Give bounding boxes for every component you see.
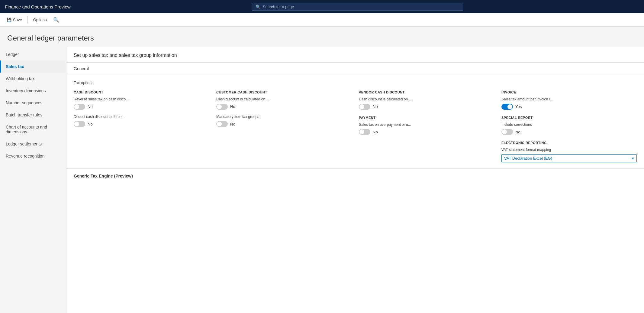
toggle-reverse-sales-tax[interactable] xyxy=(74,104,85,110)
sidebar-item-sales-tax-label: Sales tax xyxy=(6,64,24,69)
toggle-vendor-cash-discount[interactable] xyxy=(359,104,370,110)
sidebar-item-batch-transfer-rules-label: Batch transfer rules xyxy=(6,112,42,117)
field-vendor-cash-discount-calc-label: Cash discount is calculated on ... xyxy=(359,97,494,102)
field-sales-tax-overpayment: Sales tax on overpayment or u... No xyxy=(359,122,494,135)
field-deduct-cash-discount-label: Deduct cash discount before s... xyxy=(74,115,209,119)
search-placeholder: Search for a page xyxy=(263,5,294,9)
toggle-row-corrections: No xyxy=(501,129,637,135)
sidebar-item-inventory-dimensions[interactable]: Inventory dimensions xyxy=(0,85,66,97)
sidebar-item-number-sequences-label: Number sequences xyxy=(6,100,42,105)
sidebar-item-ledger[interactable]: Ledger xyxy=(0,48,66,60)
field-include-corrections-label: Include corrections xyxy=(501,122,637,127)
toggle-deduct-cash-discount-value: No xyxy=(88,122,93,126)
sidebar-item-chart-of-accounts-label: Chart of accounts and dimensions xyxy=(6,125,47,134)
section-content: Tax options CASH DISCOUNT Reverse sales … xyxy=(66,74,644,168)
col-invoice: INVOICE Sales tax amount per invoice li.… xyxy=(501,90,637,162)
col-cash-discount-header: CASH DISCOUNT xyxy=(74,90,209,94)
field-include-corrections: Include corrections No xyxy=(501,122,637,135)
sidebar-item-revenue-recognition[interactable]: Revenue recognition xyxy=(0,150,66,162)
col-customer-cash-discount-header: CUSTOMER CASH DISCOUNT xyxy=(216,90,352,94)
sidebar: Ledger Sales tax Withholding tax Invento… xyxy=(0,47,66,313)
toggle-deduct-cash-discount[interactable] xyxy=(74,121,85,127)
sidebar-item-inventory-dimensions-label: Inventory dimensions xyxy=(6,88,46,93)
sidebar-item-withholding-tax[interactable]: Withholding tax xyxy=(0,73,66,85)
page-container: General ledger parameters Ledger Sales t… xyxy=(0,27,644,313)
toggle-row-overpayment: No xyxy=(359,129,494,135)
toggle-mandatory-item-tax-value: No xyxy=(230,122,235,126)
sidebar-item-ledger-settlements[interactable]: Ledger settlements xyxy=(0,138,66,150)
main-layout: Ledger Sales tax Withholding tax Invento… xyxy=(0,47,644,313)
top-navigation: Finance and Operations Preview 🔍 Search … xyxy=(0,0,644,13)
vat-format-label: VAT statement format mapping xyxy=(501,148,637,152)
page-title: General ledger parameters xyxy=(0,27,644,47)
toggle-include-corrections-value: No xyxy=(515,130,520,134)
field-vendor-cash-discount-calc: Cash discount is calculated on ... No xyxy=(359,97,494,110)
col-vendor-cash-discount-header: VENDOR CASH DISCOUNT xyxy=(359,90,494,94)
sidebar-item-number-sequences[interactable]: Number sequences xyxy=(0,97,66,109)
field-reverse-sales-tax: Reverse sales tax on cash disco... No xyxy=(74,97,209,110)
field-deduct-cash-discount: Deduct cash discount before s... No xyxy=(74,115,209,127)
options-button[interactable]: Options xyxy=(30,16,50,23)
toggle-reverse-sales-tax-value: No xyxy=(88,104,93,109)
save-label: Save xyxy=(13,18,22,22)
field-mandatory-item-tax: Mandatory item tax groups No xyxy=(216,115,352,127)
save-icon: 💾 xyxy=(7,18,11,22)
toggle-vendor-cash-discount-value: No xyxy=(373,104,378,109)
field-mandatory-item-tax-label: Mandatory item tax groups xyxy=(216,115,352,119)
options-label: Options xyxy=(33,18,47,22)
sidebar-item-chart-of-accounts[interactable]: Chart of accounts and dimensions xyxy=(0,121,66,138)
field-customer-cash-discount-calc: Cash discount is calculated on ... No xyxy=(216,97,352,110)
sidebar-item-ledger-label: Ledger xyxy=(6,52,19,57)
field-customer-cash-discount-calc-label: Cash discount is calculated on ... xyxy=(216,97,352,102)
toggle-sales-tax-overpayment[interactable] xyxy=(359,129,370,135)
tax-options-label: Tax options xyxy=(74,80,637,85)
toolbar-divider xyxy=(27,16,28,24)
toggle-row-vendor-calc: No xyxy=(359,104,494,110)
toggle-row-deduct: No xyxy=(74,121,209,127)
toggle-row-mandatory: No xyxy=(216,121,352,127)
col-vendor-cash-discount: VENDOR CASH DISCOUNT Cash discount is ca… xyxy=(359,90,494,162)
sidebar-item-ledger-settlements-label: Ledger settlements xyxy=(6,142,42,146)
col-special-report-header: SPECIAL REPORT xyxy=(501,116,637,119)
general-label: General xyxy=(66,63,644,74)
vat-format-value: VAT Declaration Excel (EG) xyxy=(504,156,552,161)
field-sales-tax-overpayment-label: Sales tax on overpayment or u... xyxy=(359,122,494,127)
app-title: Finance and Operations Preview xyxy=(5,4,71,9)
toolbar-search-icon: 🔍 xyxy=(53,17,59,22)
col-payment-header: PAYMENT xyxy=(359,116,494,119)
generic-tax-engine-section: Generic Tax Engine (Preview) xyxy=(66,168,644,183)
save-button[interactable]: 💾 Save xyxy=(4,16,25,23)
col-customer-cash-discount: CUSTOMER CASH DISCOUNT Cash discount is … xyxy=(216,90,352,162)
vat-format-dropdown[interactable]: VAT Declaration Excel (EG) ▾ xyxy=(501,154,637,162)
content-area: Set up sales tax and sales tax group inf… xyxy=(66,47,644,313)
sidebar-item-sales-tax[interactable]: Sales tax xyxy=(0,60,66,73)
toggle-row-customer-calc: No xyxy=(216,104,352,110)
search-bar[interactable]: 🔍 Search for a page xyxy=(252,3,463,11)
field-sales-tax-per-invoice-label: Sales tax amount per invoice li... xyxy=(501,97,637,102)
section-header: Set up sales tax and sales tax group inf… xyxy=(66,47,644,63)
toggle-include-corrections[interactable] xyxy=(501,129,513,135)
field-reverse-sales-tax-label: Reverse sales tax on cash disco... xyxy=(74,97,209,102)
col-cash-discount: CASH DISCOUNT Reverse sales tax on cash … xyxy=(74,90,209,162)
col-electronic-reporting-header: ELECTRONIC REPORTING xyxy=(501,141,637,145)
toggle-customer-cash-discount[interactable] xyxy=(216,104,228,110)
toggle-sales-tax-overpayment-value: No xyxy=(373,130,378,134)
chevron-down-icon: ▾ xyxy=(632,156,634,161)
col-invoice-header: INVOICE xyxy=(501,90,637,94)
sidebar-item-batch-transfer-rules[interactable]: Batch transfer rules xyxy=(0,109,66,121)
search-icon: 🔍 xyxy=(256,5,260,9)
tax-options-grid: CASH DISCOUNT Reverse sales tax on cash … xyxy=(74,90,637,162)
toggle-customer-cash-discount-value: No xyxy=(230,104,235,109)
toggle-row-reverse: No xyxy=(74,104,209,110)
toolbar: 💾 Save Options 🔍 xyxy=(0,13,644,27)
toolbar-search-button[interactable]: 🔍 xyxy=(51,16,62,24)
toggle-sales-tax-per-invoice-value: Yes xyxy=(515,104,522,109)
sidebar-item-withholding-tax-label: Withholding tax xyxy=(6,76,35,81)
toggle-sales-tax-per-invoice[interactable] xyxy=(501,104,513,110)
field-sales-tax-per-invoice: Sales tax amount per invoice li... Yes xyxy=(501,97,637,110)
sidebar-item-revenue-recognition-label: Revenue recognition xyxy=(6,154,44,158)
generic-tax-engine-label: Generic Tax Engine (Preview) xyxy=(74,174,133,178)
toggle-row-invoice: Yes xyxy=(501,104,637,110)
toggle-mandatory-item-tax[interactable] xyxy=(216,121,228,127)
